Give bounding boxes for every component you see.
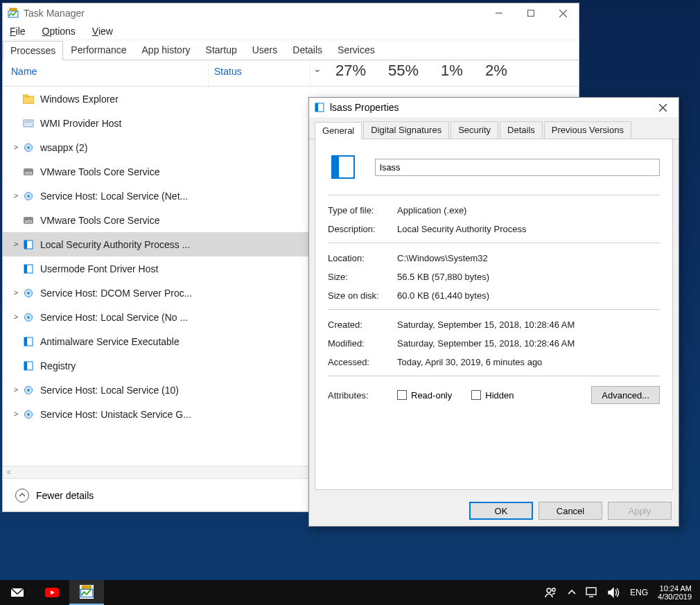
process-name: VMware Tools Core Service: [40, 166, 159, 177]
vm-icon: vm: [22, 214, 35, 227]
tray-volume-icon[interactable]: [608, 587, 620, 598]
expand-icon[interactable]: >: [11, 386, 21, 394]
lbl-type: Type of file:: [328, 205, 397, 216]
props-tab-digital-signatures[interactable]: Digital Signatures: [363, 121, 449, 139]
tray-chevron-up-icon[interactable]: [568, 588, 576, 597]
col-status[interactable]: Status: [209, 60, 310, 86]
tray-clock[interactable]: 10:24 AM 4/30/2019: [658, 584, 692, 601]
tray-display-icon[interactable]: [586, 587, 598, 598]
svg-point-15: [27, 195, 30, 198]
expand-icon[interactable]: >: [11, 410, 21, 419]
props-titlebar[interactable]: lsass Properties: [309, 98, 679, 117]
props-tab-security[interactable]: Security: [450, 121, 498, 139]
props-tab-general[interactable]: General: [315, 122, 362, 139]
tab-services[interactable]: Services: [330, 40, 383, 60]
svg-rect-21: [24, 265, 27, 273]
expand-icon[interactable]: >: [11, 192, 21, 200]
process-name: Service Host: DCOM Server Proc...: [40, 288, 192, 299]
val-location: C:\Windows\System32: [397, 253, 660, 263]
tab-details[interactable]: Details: [285, 40, 330, 60]
svg-rect-48: [586, 588, 596, 595]
properties-dialog: lsass Properties GeneralDigital Signatur…: [308, 97, 679, 527]
svg-point-31: [27, 389, 30, 392]
gear-icon: [22, 311, 35, 324]
taskbar: ENG 10:24 AM 4/30/2019: [0, 580, 700, 605]
wmi-icon: [22, 117, 35, 130]
svg-rect-19: [24, 240, 27, 249]
tm-title: Task Manager: [24, 8, 85, 19]
usage-percent: 2%: [474, 60, 518, 86]
lbl-location: Location:: [328, 253, 397, 263]
folder-icon: [22, 93, 35, 105]
process-name: Service Host: Local Service (No ...: [40, 312, 188, 323]
props-title: lsass Properties: [330, 102, 399, 113]
app-icon: [22, 335, 35, 348]
apply-button[interactable]: Apply: [608, 502, 672, 520]
ok-button[interactable]: OK: [469, 502, 533, 520]
file-icon: [313, 101, 326, 114]
menu-view[interactable]: View: [88, 24, 117, 38]
tm-titlebar[interactable]: Task Manager: [3, 3, 579, 23]
tray-language[interactable]: ENG: [630, 588, 648, 597]
col-percentages: ⌄ 27%55%1%2%: [310, 60, 579, 86]
fewer-details-icon[interactable]: [15, 489, 29, 502]
svg-rect-1: [10, 8, 17, 10]
readonly-checkbox[interactable]: Read-only: [397, 390, 452, 401]
props-tab-details[interactable]: Details: [500, 121, 543, 139]
props-close-button[interactable]: [647, 98, 679, 117]
props-tab-previous-versions[interactable]: Previous Versions: [544, 121, 631, 139]
maximize-button[interactable]: [515, 3, 547, 23]
menu-options[interactable]: Options: [38, 24, 80, 38]
task-manager-icon: [7, 7, 19, 19]
svg-point-25: [27, 316, 30, 319]
fewer-details-link[interactable]: Fewer details: [36, 490, 94, 501]
expand-icon[interactable]: >: [11, 240, 21, 249]
cancel-button[interactable]: Cancel: [539, 502, 602, 520]
scroll-left-icon[interactable]: <: [3, 468, 15, 476]
people-icon[interactable]: [544, 586, 558, 599]
lbl-size: Size:: [328, 272, 397, 282]
tab-performance[interactable]: Performance: [63, 40, 134, 60]
tab-users[interactable]: Users: [245, 40, 286, 60]
taskbar-youtube-icon[interactable]: [35, 580, 69, 605]
process-name: Service Host: Unistack Service G...: [40, 409, 191, 420]
svg-rect-8: [24, 120, 33, 127]
expand-icon[interactable]: >: [11, 289, 21, 297]
usage-percent: 55%: [377, 60, 430, 86]
val-size-on-disk: 60.0 KB (61,440 bytes): [397, 290, 660, 301]
app-icon: [22, 263, 35, 275]
lbl-size-on-disk: Size on disk:: [328, 290, 397, 301]
gear-icon: [22, 408, 35, 421]
props-tabs: GeneralDigital SignaturesSecurityDetails…: [309, 117, 679, 139]
lbl-accessed: Accessed:: [328, 357, 397, 367]
props-footer: OK Cancel Apply: [309, 496, 679, 526]
system-tray: ENG 10:24 AM 4/30/2019: [544, 584, 700, 601]
taskbar-mail-icon[interactable]: [0, 580, 35, 605]
svg-point-47: [552, 588, 555, 591]
expand-icon[interactable]: >: [11, 143, 21, 152]
advanced-button[interactable]: Advanced...: [591, 386, 660, 404]
tm-column-header: Name Status ⌄ 27%55%1%2%: [3, 60, 579, 87]
taskbar-task-manager-icon[interactable]: [69, 580, 104, 605]
svg-rect-39: [332, 156, 339, 178]
tab-startup[interactable]: Startup: [198, 40, 245, 60]
sort-indicator-icon: ⌄: [310, 60, 324, 86]
lbl-desc: Description:: [328, 224, 397, 234]
tab-processes[interactable]: Processes: [3, 41, 63, 60]
filename-input[interactable]: lsass: [375, 159, 660, 176]
process-name: Antimalware Service Executable: [40, 336, 180, 347]
expand-icon[interactable]: >: [11, 313, 21, 322]
lbl-attributes: Attributes:: [328, 390, 397, 401]
process-name: Windows Explorer: [40, 94, 119, 105]
usage-percent: 1%: [430, 60, 474, 86]
tab-app-history[interactable]: App history: [134, 40, 198, 60]
close-button[interactable]: [547, 3, 579, 23]
process-name: Service Host: Local Service (10): [40, 385, 179, 396]
svg-point-46: [547, 588, 551, 593]
process-name: Registry: [40, 360, 76, 371]
gear-icon: [22, 384, 35, 396]
col-name[interactable]: Name: [3, 60, 209, 86]
minimize-button[interactable]: [483, 3, 515, 23]
menu-file[interactable]: File: [6, 24, 30, 38]
hidden-checkbox[interactable]: Hidden: [471, 390, 514, 401]
